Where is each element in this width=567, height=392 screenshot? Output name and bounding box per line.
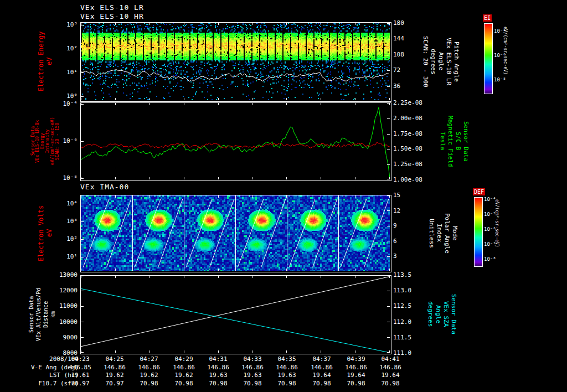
footer-value: 70.98: [272, 380, 301, 387]
panel-title-els-hr: VEx ELS-10 HR: [80, 12, 144, 20]
x-tick-time-label: 04:39: [342, 356, 370, 363]
mag-y2-title-part: Tesla: [439, 102, 446, 180]
eph-y2-title-part: VEx SZA: [442, 275, 449, 353]
x-tick-time-label: 04:25: [100, 356, 129, 363]
mag-y2-tick-label: 2.25e-08: [393, 100, 426, 106]
footer-value: 70.97: [100, 380, 129, 387]
mag-y2-tick-label: 1.75e-08: [393, 131, 426, 137]
els-y2-title-part: SCAN: 20 - 300: [422, 22, 429, 101]
ima-y2-tick-label: 3: [393, 253, 410, 260]
footer-value: 70.98: [376, 380, 405, 387]
footer-value: 70.98: [307, 380, 336, 387]
mag-y2-title-part: Magnetic Field: [447, 102, 453, 180]
footer-value: 146.86: [272, 364, 301, 371]
panel-title-ima: VEx IMA-00: [80, 183, 129, 191]
els-y2-tick-label: 72: [393, 67, 417, 74]
els-y2-tick-label: 36: [393, 83, 417, 90]
ima-y2-tick-label: 9: [393, 223, 410, 229]
mag-y2-axis-title: Sensor DataS/C BMagnetic FieldTesla: [436, 102, 472, 180]
def-colorbar-label: DEF: [473, 188, 485, 195]
ei-colorbar-tick-label: 10⁻⁸: [494, 76, 513, 83]
els-y2-title-part: VEx ELS-10 LR: [445, 22, 452, 101]
footer-value: 19.61: [66, 372, 95, 379]
vex-quicklook-plot-window: VEx ELS-10 LR VEx ELS-10 HR VEx IMA-00 E…: [0, 0, 567, 392]
mag-y-tick-label: 10⁻⁴: [53, 101, 78, 107]
ima-spectrogram-panel: [80, 195, 391, 272]
ei-colorbar-tick-label: 10⁻⁶: [494, 52, 513, 59]
ima-y-tick-label: 10¹: [53, 254, 78, 260]
ima-y2-title-part: Index: [436, 195, 442, 271]
eph-y-tick-label: 10000: [53, 319, 78, 326]
els-y-axis-title: Electron EnergyeV: [35, 22, 55, 101]
footer-value: 146.86: [135, 364, 163, 371]
eph-y-tick-label: 11000: [53, 303, 78, 310]
footer-value: 146.86: [204, 364, 233, 371]
def-colorbar-tick-label: 10⁻⁶: [484, 226, 503, 233]
x-tick-time-label: 04:31: [204, 356, 233, 363]
ima-y2-title-part: Mode: [451, 195, 458, 271]
footer-value: 19.63: [272, 372, 301, 379]
footer-value: 19.62: [169, 372, 198, 379]
ei-colorbar-tick-label: 10⁻⁴: [494, 28, 513, 34]
els-y-tick-label: 10³: [53, 22, 78, 28]
ima-y2-tick-label: 15: [393, 192, 410, 199]
ima-y-axis-title: Electron VoltseV: [35, 195, 55, 271]
els-energy-spectrogram-panel: [80, 22, 391, 102]
footer-value: 19.64: [342, 372, 370, 379]
mag-y2-tick-label: 1.00e-08: [393, 177, 426, 183]
footer-value: 146.86: [376, 364, 405, 371]
els-y2-tick-label: 108: [393, 51, 417, 58]
eph-y-title-part: Sensor Data: [28, 275, 34, 353]
footer-value: 146.86: [100, 364, 129, 371]
eph-y-tick-label: 12000: [53, 287, 78, 294]
footer-value: 70.97: [66, 380, 95, 387]
ima-y2-title-part: Unitless: [428, 195, 435, 271]
eph-y-title-part: VEx Alt/Venus/Pd: [35, 275, 42, 353]
footer-value: 146.86: [238, 364, 267, 371]
els-y-tick-label: 10⁰: [53, 93, 78, 100]
footer-value: 70.98: [204, 380, 233, 387]
def-colorbar-tick-label: 10⁻⁸: [484, 256, 503, 262]
eph-y-axis-title: Sensor DataVEx Alt/Venus/PdDistancekm: [28, 275, 56, 353]
x-tick-time-label: 04:41: [376, 356, 405, 363]
mag-y2-title-part: Sensor Data: [462, 102, 469, 180]
footer-value: 146.86: [169, 364, 198, 371]
eph-y2-title-part: Sensor Data: [450, 275, 457, 353]
ima-y2-title-part: Polar Angle: [444, 195, 450, 271]
intensity-magnetic-field-line-panel: [80, 102, 391, 181]
x-tick-time-label: 04:33: [238, 356, 267, 363]
eph-y-tick-label: 9000: [53, 334, 78, 341]
els-y2-title-part: degrees: [430, 22, 436, 101]
footer-value: 19.64: [376, 372, 405, 379]
footer-value: 19.63: [238, 372, 267, 379]
els-y2-title-part: Angle: [437, 22, 444, 101]
footer-value: 19.62: [100, 372, 129, 379]
eph-y2-tick-label: 113.5: [393, 272, 417, 278]
els-y-title-part: Electron Energy: [38, 22, 45, 101]
ima-y-title-part: eV: [46, 195, 53, 271]
mag-y-tick-label: 10⁻⁶: [53, 138, 78, 145]
mag-y2-tick-label: 1.25e-08: [393, 161, 426, 168]
eph-y2-title-part: Angle: [435, 275, 441, 353]
eph-y2-tick-label: 112.0: [393, 319, 417, 326]
footer-value: 146.85: [66, 364, 95, 371]
def-colorbar-tick-label: 10⁻⁷: [484, 241, 503, 247]
footer-value: 19.62: [135, 372, 163, 379]
mag-y2-tick-label: 2.00e-08: [393, 115, 426, 122]
panel-title-els-lr: VEx ELS-10 LR: [80, 3, 144, 12]
footer-value: 70.98: [342, 380, 370, 387]
eph-y-tick-label: 13000: [53, 272, 78, 278]
def-colorbar-tick-label: 10⁻⁵: [484, 211, 503, 218]
eph-y2-tick-label: 111.5: [393, 334, 417, 341]
mag-y2-title-part: S/C B: [455, 102, 461, 180]
ima-y2-axis-title: ModePolar AngleIndexUnitless: [425, 195, 461, 271]
footer-value: 146.86: [307, 364, 336, 371]
ima-y2-tick-label: 12: [393, 208, 410, 214]
date-label: 2008/109: [47, 356, 79, 363]
ima-y-tick-label: 10³: [53, 218, 78, 225]
els-y-title-part: eV: [46, 22, 53, 101]
els-y2-title-part: Pitch Angle: [453, 22, 460, 101]
mag-y2-tick-label: 1.50e-08: [393, 146, 426, 152]
x-tick-time-label: 04:35: [272, 356, 301, 363]
x-tick-time-label: 04:27: [135, 356, 163, 363]
